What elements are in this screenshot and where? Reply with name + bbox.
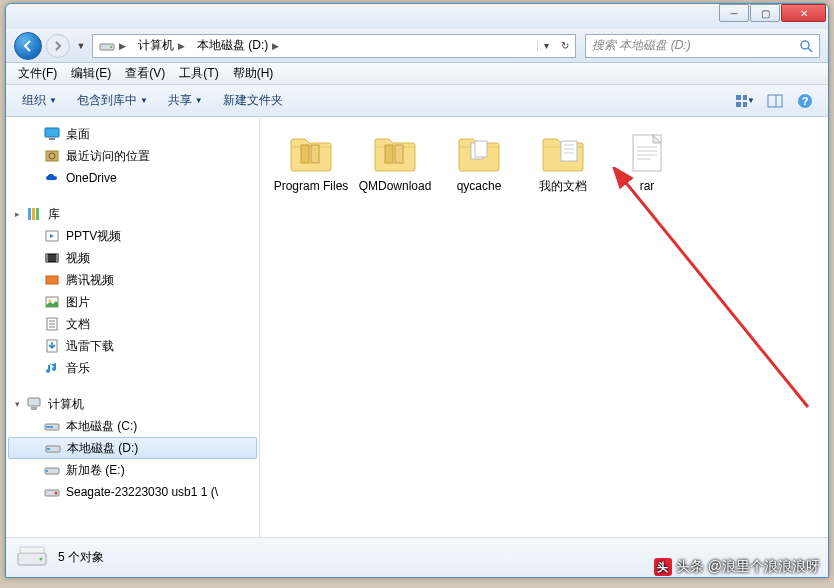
- file-item[interactable]: Program Files: [270, 131, 352, 193]
- svg-rect-47: [475, 141, 487, 157]
- file-item[interactable]: 我的文档: [522, 131, 604, 193]
- desktop-icon: [44, 126, 60, 142]
- menu-file[interactable]: 文件(F): [12, 63, 63, 84]
- address-actions: ▾ ↻: [537, 40, 575, 51]
- svg-rect-32: [28, 398, 40, 406]
- file-item[interactable]: rar: [606, 131, 688, 193]
- forward-button[interactable]: [46, 34, 70, 58]
- docs-icon: [44, 316, 60, 332]
- back-button[interactable]: [14, 32, 42, 60]
- sidebar-item-pictures[interactable]: 图片: [6, 291, 259, 313]
- onedrive-icon: [44, 170, 60, 186]
- chevron-right-icon: ▶: [272, 41, 279, 51]
- sidebar-item-recent[interactable]: 最近访问的位置: [6, 145, 259, 167]
- svg-rect-35: [46, 426, 53, 428]
- sidebar-item-desktop[interactable]: 桌面: [6, 123, 259, 145]
- svg-rect-4: [736, 95, 741, 100]
- svg-point-2: [801, 41, 809, 49]
- svg-rect-43: [311, 145, 319, 163]
- menubar: 文件(F) 编辑(E) 查看(V) 工具(T) 帮助(H): [6, 63, 828, 85]
- search-box[interactable]: 搜索 本地磁盘 (D:): [585, 34, 820, 58]
- close-button[interactable]: ✕: [781, 4, 826, 22]
- preview-pane-button[interactable]: [764, 91, 786, 111]
- minimize-button[interactable]: ─: [719, 4, 749, 22]
- video-icon: [44, 250, 60, 266]
- chevron-right-icon: ▶: [119, 41, 126, 51]
- menu-tools[interactable]: 工具(T): [173, 63, 224, 84]
- search-placeholder: 搜索 本地磁盘 (D:): [592, 37, 691, 54]
- sidebar-item-videos[interactable]: 视频: [6, 247, 259, 269]
- svg-rect-48: [561, 141, 577, 161]
- breadcrumb-segment[interactable]: 计算机: [138, 37, 174, 54]
- search-icon: [799, 39, 813, 53]
- music-icon: [44, 360, 60, 376]
- sidebar-item-drive-usb[interactable]: Seagate-23223030 usb1 1 (\: [6, 481, 259, 503]
- svg-rect-60: [20, 547, 44, 553]
- sidebar-item-documents[interactable]: 文档: [6, 313, 259, 335]
- drive-icon: [44, 462, 60, 478]
- svg-rect-8: [768, 95, 782, 107]
- svg-rect-24: [46, 276, 58, 284]
- pictures-icon: [44, 294, 60, 310]
- dropdown-icon[interactable]: ▾: [538, 40, 555, 51]
- chevron-right-icon: ▶: [178, 41, 185, 51]
- svg-point-41: [55, 492, 58, 495]
- statusbar: 5 个对象: [6, 537, 828, 577]
- svg-rect-23: [56, 254, 58, 262]
- help-button[interactable]: ?: [794, 91, 816, 111]
- menu-view[interactable]: 查看(V): [119, 63, 171, 84]
- svg-line-3: [808, 48, 812, 52]
- sidebar-header-libraries[interactable]: ▸库: [6, 203, 259, 225]
- sidebar-item-drive-c[interactable]: 本地磁盘 (C:): [6, 415, 259, 437]
- video-icon: [44, 272, 60, 288]
- file-item[interactable]: QMDownload: [354, 131, 436, 193]
- sidebar-item-xunlei[interactable]: 迅雷下载: [6, 335, 259, 357]
- status-count: 5 个对象: [58, 549, 104, 566]
- body: 桌面 最近访问的位置 OneDrive ▸库 PPTV视频 视频 腾讯视频 图片…: [6, 117, 828, 537]
- menu-help[interactable]: 帮助(H): [227, 63, 280, 84]
- sidebar-header-computer[interactable]: ▾计算机: [6, 393, 259, 415]
- svg-line-57: [623, 179, 808, 407]
- library-icon: [26, 206, 42, 222]
- sidebar-item-pptv[interactable]: PPTV视频: [6, 225, 259, 247]
- address-bar[interactable]: ▶ 计算机▶ 本地磁盘 (D:)▶ ▾ ↻: [92, 34, 576, 58]
- share-button[interactable]: 共享 ▼: [160, 89, 211, 112]
- titlebar: ─ ▢ ✕: [6, 4, 828, 29]
- svg-point-1: [110, 46, 112, 48]
- view-options-button[interactable]: ▼: [734, 91, 756, 111]
- explorer-window: ─ ▢ ✕ ▼ ▶ 计算机▶ 本地磁盘 (D:)▶ ▾ ↻ 搜索 本地磁盘 (D…: [5, 3, 829, 578]
- sidebar-item-drive-e[interactable]: 新加卷 (E:): [6, 459, 259, 481]
- svg-rect-6: [736, 102, 741, 107]
- maximize-button[interactable]: ▢: [750, 4, 780, 22]
- expand-icon[interactable]: ▾: [12, 399, 22, 409]
- file-item[interactable]: qycache: [438, 131, 520, 193]
- navbar: ▼ ▶ 计算机▶ 本地磁盘 (D:)▶ ▾ ↻ 搜索 本地磁盘 (D:): [6, 29, 828, 63]
- menu-edit[interactable]: 编辑(E): [65, 63, 117, 84]
- sidebar-item-drive-d[interactable]: 本地磁盘 (D:): [8, 437, 257, 459]
- annotation-arrow: [608, 167, 818, 417]
- sidebar-item-onedrive[interactable]: OneDrive: [6, 167, 259, 189]
- usb-drive-icon: [44, 484, 60, 500]
- breadcrumb-segment[interactable]: 本地磁盘 (D:): [197, 37, 268, 54]
- sidebar-item-music[interactable]: 音乐: [6, 357, 259, 379]
- expand-icon[interactable]: ▸: [12, 209, 22, 219]
- svg-rect-17: [32, 208, 35, 220]
- history-dropdown[interactable]: ▼: [74, 41, 88, 51]
- file-label: rar: [640, 179, 655, 193]
- organize-button[interactable]: 组织 ▼: [14, 89, 65, 112]
- drive-icon: [44, 418, 60, 434]
- svg-rect-42: [301, 145, 309, 163]
- refresh-button[interactable]: ↻: [555, 40, 575, 51]
- sidebar-item-tencent[interactable]: 腾讯视频: [6, 269, 259, 291]
- video-icon: [44, 228, 60, 244]
- drive-icon: [45, 440, 61, 456]
- svg-rect-16: [28, 208, 31, 220]
- toolbar: 组织 ▼ 包含到库中 ▼ 共享 ▼ 新建文件夹 ▼ ?: [6, 85, 828, 117]
- file-label: qycache: [457, 179, 502, 193]
- new-folder-button[interactable]: 新建文件夹: [215, 89, 291, 112]
- navigation-pane[interactable]: 桌面 最近访问的位置 OneDrive ▸库 PPTV视频 视频 腾讯视频 图片…: [6, 117, 260, 537]
- file-label: QMDownload: [359, 179, 432, 193]
- include-library-button[interactable]: 包含到库中 ▼: [69, 89, 156, 112]
- file-label: 我的文档: [539, 179, 587, 193]
- file-list[interactable]: Program FilesQMDownloadqycache我的文档rar: [260, 117, 828, 537]
